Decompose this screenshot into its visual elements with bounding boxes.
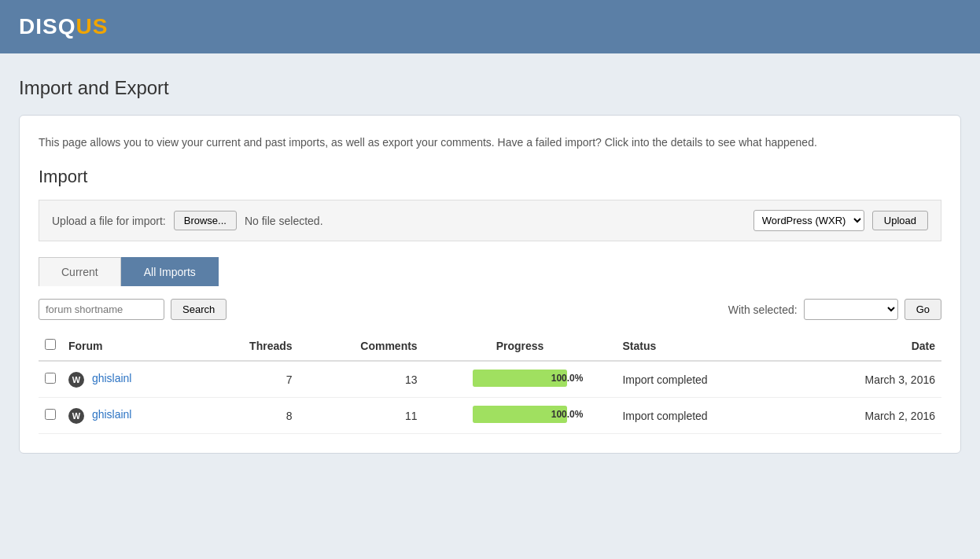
search-left: Search — [39, 299, 227, 320]
row-checkbox-1[interactable] — [45, 409, 56, 420]
format-select[interactable]: WordPress (WXR)Disqus XMLTypePadBloggerI… — [753, 210, 864, 231]
search-input[interactable] — [39, 299, 164, 320]
cell-date-0: March 3, 2016 — [792, 361, 941, 398]
col-header-comments: Comments — [299, 331, 424, 361]
main-content: Import and Export This page allows you t… — [0, 53, 980, 477]
tab-current[interactable]: Current — [39, 257, 121, 286]
cell-status-0: Import completed — [616, 361, 792, 398]
cell-threads-1: 8 — [199, 398, 299, 434]
row-checkbox-0[interactable] — [45, 373, 56, 384]
col-header-threads: Threads — [199, 331, 299, 361]
col-header-forum: Forum — [62, 331, 199, 361]
cell-status-1: Import completed — [616, 398, 792, 434]
wp-icon-0: W — [68, 372, 84, 388]
cell-comments-0: 13 — [299, 361, 424, 398]
upload-row: Upload a file for import: Browse... No f… — [39, 200, 941, 241]
col-header-date: Date — [792, 331, 941, 361]
tab-all-imports[interactable]: All Imports — [121, 257, 219, 286]
forum-link-0[interactable]: ghislainl — [92, 372, 132, 384]
cell-forum-0: W ghislainl — [62, 361, 199, 398]
cell-progress-1: 100.0% — [424, 398, 617, 434]
no-file-text: No file selected. — [245, 215, 746, 227]
table-body: W ghislainl 7 13 100.0% Import completed… — [39, 361, 941, 434]
progress-bar-0: 100.0% — [473, 370, 567, 387]
select-all-checkbox[interactable] — [45, 339, 56, 350]
search-button[interactable]: Search — [171, 299, 227, 320]
with-selected-label: With selected: — [728, 303, 798, 316]
table-row: W ghislainl 7 13 100.0% Import completed… — [39, 361, 941, 398]
logo-disq: DISQ — [19, 14, 76, 39]
card-description: This page allows you to view your curren… — [39, 134, 941, 151]
cell-date-1: March 2, 2016 — [792, 398, 941, 434]
forum-link-1[interactable]: ghislainl — [92, 408, 132, 421]
logo-us: US — [76, 14, 108, 39]
import-heading: Import — [39, 167, 941, 187]
table-row: W ghislainl 8 11 100.0% Import completed… — [39, 398, 941, 434]
with-selected-dropdown[interactable] — [804, 299, 898, 320]
search-row: Search With selected: Go — [39, 299, 941, 320]
app-header: DISQUS — [0, 0, 980, 53]
progress-text-1: 100.0% — [520, 406, 614, 423]
cell-threads-0: 7 — [199, 361, 299, 398]
col-header-progress: Progress — [424, 331, 617, 361]
disqus-logo: DISQUS — [19, 14, 108, 39]
col-header-status: Status — [616, 331, 792, 361]
cell-progress-0: 100.0% — [424, 361, 617, 398]
content-card: This page allows you to view your curren… — [19, 115, 961, 454]
page-title: Import and Export — [19, 77, 961, 99]
progress-text-0: 100.0% — [520, 370, 614, 387]
table-header-row: Forum Threads Comments Progress Status D… — [39, 331, 941, 361]
go-button[interactable]: Go — [904, 299, 941, 320]
browse-button[interactable]: Browse... — [174, 211, 237, 230]
wp-icon-1: W — [68, 408, 84, 424]
cell-comments-1: 11 — [299, 398, 424, 434]
tabs-container: Current All Imports — [39, 257, 941, 286]
search-right: With selected: Go — [728, 299, 941, 320]
upload-label: Upload a file for import: — [52, 215, 166, 227]
upload-button[interactable]: Upload — [872, 211, 928, 230]
cell-forum-1: W ghislainl — [62, 398, 199, 434]
imports-table: Forum Threads Comments Progress Status D… — [39, 331, 941, 434]
progress-bar-1: 100.0% — [473, 406, 567, 423]
